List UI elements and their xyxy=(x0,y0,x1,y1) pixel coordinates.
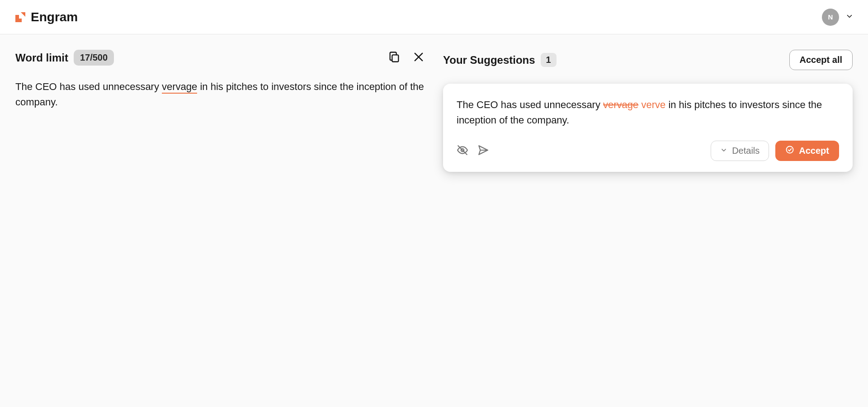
word-count-badge: 17/500 xyxy=(74,50,114,66)
suggestions-count-badge: 1 xyxy=(541,53,557,67)
editor-title-group: Word limit 17/500 xyxy=(15,50,114,66)
copy-button[interactable] xyxy=(388,51,401,65)
suggestion-text: The CEO has used unnecessary vervage ver… xyxy=(457,97,839,128)
chevron-down-icon xyxy=(720,146,727,156)
brand[interactable]: Engram xyxy=(14,10,78,24)
editor-title: Word limit xyxy=(15,52,68,64)
svg-rect-0 xyxy=(392,55,398,62)
suggestions-title: Your Suggestions xyxy=(443,54,535,66)
suggestions-pane: Your Suggestions 1 Accept all The CEO ha… xyxy=(443,50,853,172)
hide-suggestion-button[interactable] xyxy=(457,144,468,157)
suggestions-header: Your Suggestions 1 Accept all xyxy=(443,50,853,70)
editor-textarea[interactable]: The CEO has used unnecessary vervage in … xyxy=(15,79,425,110)
details-label: Details xyxy=(732,146,760,156)
user-menu[interactable]: N xyxy=(822,9,854,26)
main-content: Word limit 17/500 xyxy=(0,34,868,187)
chevron-down-icon xyxy=(845,12,854,22)
svg-point-6 xyxy=(787,147,793,153)
editor-text-before: The CEO has used unnecessary xyxy=(15,81,162,92)
user-avatar[interactable]: N xyxy=(822,9,839,26)
send-icon xyxy=(477,144,489,157)
accept-button[interactable]: Accept xyxy=(775,141,839,161)
accept-all-button[interactable]: Accept all xyxy=(789,50,853,70)
check-circle-icon xyxy=(785,145,794,156)
editor-header: Word limit 17/500 xyxy=(15,50,425,66)
suggestions-title-group: Your Suggestions 1 xyxy=(443,53,557,67)
eye-off-icon xyxy=(457,144,468,157)
close-icon xyxy=(412,51,425,65)
suggestion-left-icons xyxy=(457,144,489,157)
brand-name: Engram xyxy=(31,10,78,24)
clear-button[interactable] xyxy=(412,51,425,65)
suggestion-inserted: verve xyxy=(641,99,665,110)
suggestion-card: The CEO has used unnecessary vervage ver… xyxy=(443,84,853,172)
engram-logo-icon xyxy=(14,11,26,23)
editor-error-word[interactable]: vervage xyxy=(162,81,197,94)
editor-pane: Word limit 17/500 xyxy=(15,50,425,172)
accept-label: Accept xyxy=(799,146,829,156)
copy-icon xyxy=(388,51,401,65)
send-suggestion-button[interactable] xyxy=(477,144,489,157)
suggestion-actions: Details Accept xyxy=(457,141,839,161)
user-initial: N xyxy=(828,13,833,21)
editor-actions xyxy=(388,51,425,65)
suggestion-right-buttons: Details Accept xyxy=(711,141,839,161)
suggestion-removed: vervage xyxy=(603,99,638,110)
details-button[interactable]: Details xyxy=(711,141,769,161)
suggestion-before: The CEO has used unnecessary xyxy=(457,99,603,110)
app-header: Engram N xyxy=(0,0,868,34)
